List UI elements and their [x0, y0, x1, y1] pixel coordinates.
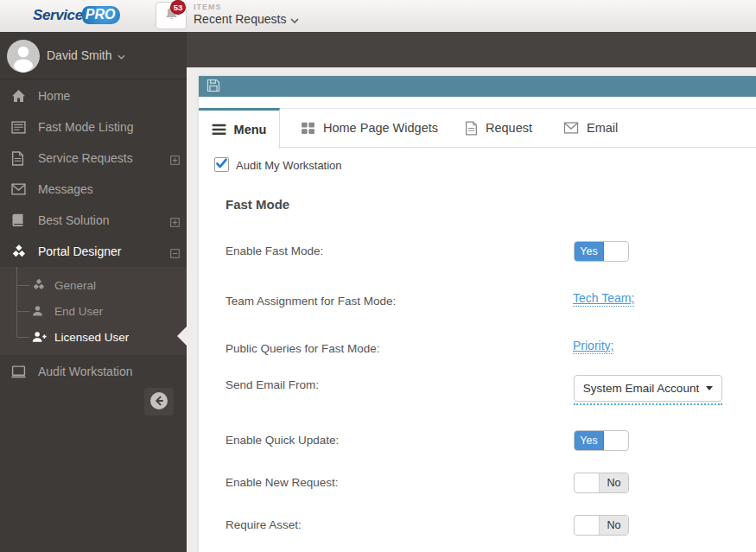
sidebar-item-messages[interactable]: Messages: [0, 174, 187, 205]
chevron-down-icon: [290, 12, 299, 26]
tab-label: Request: [486, 121, 532, 135]
collapse-minus-icon[interactable]: [170, 247, 180, 257]
recent-requests-label: Recent Requests: [194, 12, 286, 26]
logo-text-service: Service: [33, 7, 83, 24]
logo-text-pro: PRO: [82, 6, 121, 24]
document-icon: [465, 121, 478, 136]
hamburger-menu-icon: [212, 124, 226, 136]
setting-row-enable-new-request: Enable New Request: No: [199, 473, 756, 502]
book-icon: [11, 213, 27, 228]
public-queries-link[interactable]: Priority;: [573, 339, 613, 354]
workstation-icon: [11, 365, 27, 379]
enable-quick-update-toggle[interactable]: Yes: [574, 430, 629, 451]
sidebar-item-service-requests[interactable]: Service Requests: [0, 143, 187, 174]
dropdown-selected-value: System Email Account: [583, 382, 699, 395]
dropdown-caret-icon: [706, 386, 713, 390]
setting-row-require-asset: Require Asset: No: [199, 515, 756, 544]
user-menu[interactable]: David Smith: [0, 32, 187, 79]
sidebar-item-audit-workstation[interactable]: Audit Workstation: [0, 356, 187, 387]
user-icon: [32, 304, 48, 318]
sidebar-item-label: Service Requests: [38, 151, 133, 165]
sidebar-item-label: Audit Workstation: [38, 365, 132, 378]
tab-home-page-widgets[interactable]: Home Page Widgets: [301, 108, 438, 148]
toggle-value: Yes: [575, 242, 604, 261]
tab-label: Home Page Widgets: [323, 121, 438, 135]
toggle-value: Yes: [575, 431, 604, 450]
envelope-icon: [11, 182, 27, 197]
document-icon: [11, 151, 27, 166]
sidebar-collapse-button[interactable]: [144, 388, 174, 416]
cubes-icon: [11, 244, 27, 259]
tab-label: Menu: [234, 123, 267, 136]
toggle-blank: [604, 242, 628, 261]
team-assignment-link[interactable]: Tech Team;: [573, 291, 634, 307]
chevron-down-icon: [118, 48, 125, 62]
setting-label: Team Assignment for Fast Mode:: [226, 295, 396, 308]
sidebar-item-label: Best Solution: [38, 213, 110, 227]
setting-row-public-queries: Public Queries for Fast Mode: Priority;: [199, 339, 756, 368]
portal-designer-submenu: General End User Licensed User: [0, 267, 187, 355]
submenu-item-general[interactable]: General: [0, 272, 187, 298]
checkmark-icon: [215, 157, 228, 173]
expand-plus-icon[interactable]: [170, 216, 180, 225]
audit-my-workstation-label: Audit My Workstation: [236, 157, 342, 172]
user-plus-icon: [32, 330, 48, 344]
dropdown-dotted-underline: [574, 403, 722, 405]
tab-menu[interactable]: Menu: [199, 108, 280, 149]
sidebar: David Smith Home Fast Mode Listing: [0, 32, 187, 552]
top-bar: Service PRO 53 ITEMS Recent Requests: [0, 0, 756, 32]
enable-new-request-toggle[interactable]: No: [574, 473, 629, 493]
save-floppy-icon: [206, 82, 220, 95]
panel-header-bar: [199, 76, 756, 97]
sidebar-item-label: Home: [38, 89, 70, 103]
notification-badge: 53: [170, 0, 186, 15]
send-email-from-dropdown[interactable]: System Email Account: [574, 375, 722, 402]
sidebar-item-home[interactable]: Home: [0, 80, 187, 111]
home-icon: [11, 89, 27, 104]
cubes-icon: [32, 278, 48, 292]
envelope-icon: [563, 122, 579, 134]
toggle-blank: [575, 473, 599, 492]
sidebar-audit-section: Audit Workstation: [0, 356, 187, 387]
toggle-blank: [575, 516, 599, 535]
tab-bar: Menu Home Page Widgets Request Email: [199, 108, 756, 148]
items-label: ITEMS: [194, 3, 222, 11]
sidebar-item-label: Fast Mode Listing: [38, 120, 134, 134]
toggle-blank: [604, 431, 628, 450]
tab-email[interactable]: Email: [563, 108, 618, 148]
setting-row-send-email-from: Send Email From: System Email Account: [199, 375, 756, 404]
setting-label: Public Queries for Fast Mode:: [226, 342, 380, 355]
sidebar-item-portal-designer[interactable]: Portal Designer: [0, 236, 187, 267]
servicepro-logo[interactable]: Service PRO: [33, 6, 120, 24]
avatar: [7, 40, 40, 73]
submenu-item-licensed-user[interactable]: Licensed User: [0, 324, 187, 350]
submenu-item-label: Licensed User: [54, 331, 129, 344]
submenu-item-label: General: [54, 279, 96, 292]
setting-row-team-assignment: Team Assignment for Fast Mode: Tech Team…: [199, 291, 756, 320]
section-title: Fast Mode: [226, 197, 289, 212]
submenu-item-end-user[interactable]: End User: [0, 298, 187, 324]
audit-my-workstation-row: Audit My Workstation: [214, 157, 342, 172]
sidebar-item-best-solution[interactable]: Best Solution: [0, 205, 187, 236]
recent-requests-dropdown[interactable]: Recent Requests: [194, 12, 299, 26]
sidebar-nav: Home Fast Mode Listing Service Requests: [0, 80, 187, 267]
app-root: Service PRO 53 ITEMS Recent Requests Dav…: [0, 0, 756, 552]
sidebar-item-label: Portal Designer: [38, 244, 122, 258]
save-button[interactable]: [206, 79, 221, 94]
list-icon: [11, 120, 27, 135]
arrow-left-circle-icon: [149, 391, 168, 413]
sidebar-item-label: Messages: [38, 182, 93, 196]
user-name: David Smith: [47, 48, 111, 62]
sidebar-item-fast-mode-listing[interactable]: Fast Mode Listing: [0, 111, 187, 143]
audit-my-workstation-checkbox[interactable]: [214, 157, 229, 172]
submenu-item-label: End User: [54, 305, 103, 318]
require-asset-toggle[interactable]: No: [574, 515, 629, 536]
content-top-band: [187, 32, 756, 67]
expand-plus-icon[interactable]: [170, 154, 180, 163]
setting-label: Enable Quick Update:: [226, 434, 339, 447]
setting-label: Enable Fast Mode:: [226, 244, 323, 257]
setting-row-enable-fast-mode: Enable Fast Mode: Yes: [199, 241, 756, 270]
active-item-marker: [177, 327, 187, 346]
tab-request[interactable]: Request: [465, 108, 532, 148]
enable-fast-mode-toggle[interactable]: Yes: [574, 241, 629, 262]
